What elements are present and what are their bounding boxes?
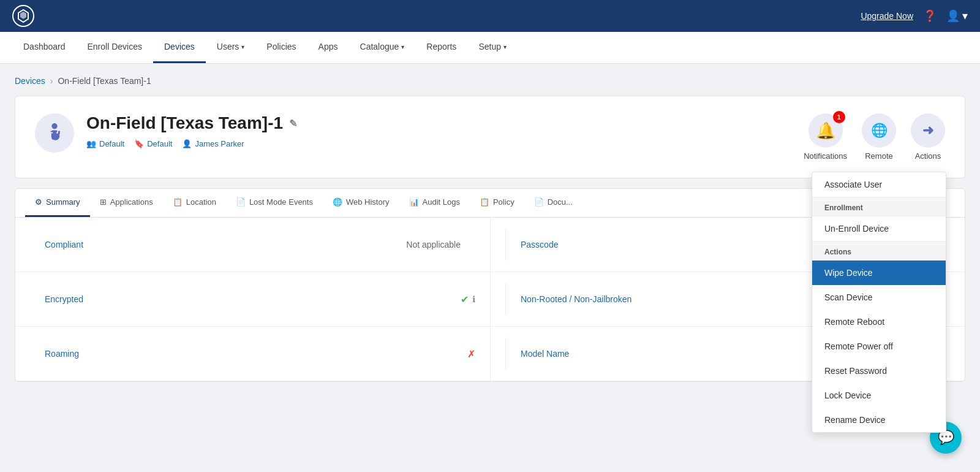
nav-label-policies: Policies — [266, 42, 296, 51]
nav-item-setup[interactable]: Setup ▾ — [467, 32, 518, 63]
upgrade-link[interactable]: Upgrade Now — [861, 11, 913, 21]
nav-item-users[interactable]: Users ▾ — [206, 32, 256, 63]
nav-item-devices[interactable]: Devices — [153, 32, 206, 63]
policy-tab-label: Policy — [493, 197, 514, 207]
tab-applications[interactable]: ⊞ Applications — [90, 189, 163, 217]
main-nav: Dashboard Enroll Devices Devices Users ▾… — [0, 32, 980, 64]
tab-audit-logs[interactable]: 📊 Audit Logs — [399, 189, 470, 217]
top-bar-right: Upgrade Now ❓ 👤 ▾ — [861, 9, 968, 23]
dropdown-remote-power-off[interactable]: Remote Power off — [812, 334, 946, 359]
notifications-button[interactable]: 🔔 1 Notifications — [804, 113, 847, 161]
dropdown-associate-user[interactable]: Associate User — [812, 172, 946, 197]
dropdown-wipe-device[interactable]: Wipe Device — [812, 261, 946, 285]
device-avatar — [35, 113, 74, 153]
user-tag-icon: 👤 — [182, 139, 192, 148]
device-tags: 👥 Default 🔖 Default 👤 James Parker — [86, 139, 791, 148]
svg-point-0 — [52, 123, 58, 129]
policy-label: Default — [147, 139, 172, 148]
tab-policy[interactable]: 📋 Policy — [470, 189, 524, 217]
compliant-label[interactable]: Compliant — [30, 229, 98, 261]
device-actions: 🔔 1 Notifications 🌐 Remote ➜ — [804, 113, 945, 161]
non-rooted-label[interactable]: Non-Rooted / Non-Jailbroken — [505, 283, 646, 315]
lost-mode-tab-icon: 📄 — [236, 197, 246, 207]
table-cell-encrypted: Encrypted ✔ ℹ — [15, 272, 490, 326]
device-card: On-Field [Texas Team]-1 ✎ 👥 Default 🔖 De… — [15, 96, 965, 178]
notifications-circle: 🔔 1 — [809, 113, 843, 148]
dropdown-unenroll-device[interactable]: Un-Enroll Device — [812, 216, 946, 241]
tab-summary[interactable]: ⚙ Summary — [25, 189, 90, 217]
applications-tab-icon: ⊞ — [100, 197, 107, 207]
dropdown-reset-password[interactable]: Reset Password — [812, 359, 946, 383]
users-chevron-icon: ▾ — [241, 44, 244, 50]
nav-item-catalogue[interactable]: Catalogue ▾ — [349, 32, 416, 63]
dropdown-scan-device[interactable]: Scan Device — [812, 285, 946, 310]
device-info: On-Field [Texas Team]-1 ✎ 👥 Default 🔖 De… — [86, 113, 791, 148]
dropdown-actions-header: Actions — [812, 241, 946, 261]
logo — [12, 5, 34, 27]
nav-label-reports: Reports — [426, 42, 456, 51]
nav-item-apps[interactable]: Apps — [307, 32, 349, 63]
dropdown-remote-reboot[interactable]: Remote Reboot — [812, 310, 946, 334]
breadcrumb: Devices › On-Field [Texas Team]-1 — [15, 76, 965, 86]
nav-item-enroll-devices[interactable]: Enroll Devices — [77, 32, 153, 63]
nav-label-apps: Apps — [318, 42, 338, 51]
passcode-label[interactable]: Passcode — [505, 229, 573, 261]
audit-logs-tab-icon: 📊 — [409, 197, 419, 207]
documents-tab-label: Docu... — [548, 197, 573, 207]
roaming-label[interactable]: Roaming — [30, 338, 94, 370]
notifications-label: Notifications — [804, 151, 847, 161]
catalogue-chevron-icon: ▾ — [401, 44, 404, 50]
location-tab-label: Location — [186, 197, 216, 207]
user-chevron-icon: ▾ — [962, 9, 968, 23]
group-label: Default — [99, 139, 124, 148]
compliant-value: Not applicable — [391, 229, 475, 261]
dropdown-lock-device[interactable]: Lock Device — [812, 383, 946, 394]
nav-label-devices: Devices — [164, 42, 195, 51]
encrypted-info-icon[interactable]: ℹ — [472, 294, 475, 304]
nav-label-catalogue: Catalogue — [360, 42, 399, 51]
model-name-label[interactable]: Model Name — [505, 338, 584, 370]
documents-tab-icon: 📄 — [534, 197, 544, 207]
remote-icon: 🌐 — [871, 123, 888, 139]
web-history-tab-label: Web History — [346, 197, 390, 207]
tab-web-history[interactable]: 🌐 Web History — [323, 189, 399, 217]
user-label: James Parker — [195, 139, 244, 148]
table-cell: Compliant Not applicable — [15, 218, 490, 272]
help-icon[interactable]: ❓ — [923, 9, 937, 23]
actions-dropdown-menu: Associate User Enrollment Un-Enroll Devi… — [812, 172, 946, 394]
nav-item-dashboard[interactable]: Dashboard — [12, 32, 77, 63]
nav-item-policies[interactable]: Policies — [255, 32, 307, 63]
group-icon: 👥 — [86, 139, 96, 148]
device-name-text: On-Field [Texas Team]-1 — [86, 113, 283, 133]
breadcrumb-separator: › — [50, 76, 53, 86]
edit-device-name-icon[interactable]: ✎ — [289, 118, 297, 129]
actions-button[interactable]: ➜ Actions — [911, 113, 945, 161]
audit-logs-tab-label: Audit Logs — [423, 197, 460, 207]
actions-label: Actions — [915, 151, 941, 161]
remote-circle: 🌐 — [862, 113, 896, 148]
remote-label: Remote — [865, 151, 893, 161]
tab-lost-mode[interactable]: 📄 Lost Mode Events — [226, 189, 323, 217]
user-menu[interactable]: 👤 ▾ — [946, 9, 968, 23]
device-name-container: On-Field [Texas Team]-1 ✎ — [86, 113, 791, 133]
breadcrumb-devices-link[interactable]: Devices — [15, 76, 45, 86]
breadcrumb-current: On-Field [Texas Team]-1 — [58, 76, 151, 86]
nav-label-enroll-devices: Enroll Devices — [88, 42, 142, 51]
device-header: On-Field [Texas Team]-1 ✎ 👥 Default 🔖 De… — [35, 113, 945, 161]
remote-button[interactable]: 🌐 Remote — [862, 113, 896, 161]
encrypted-check-icon: ✔ — [461, 294, 469, 305]
device-tag-user[interactable]: 👤 James Parker — [182, 139, 244, 148]
tab-documents[interactable]: 📄 Docu... — [524, 189, 582, 217]
tab-location[interactable]: 📋 Location — [163, 189, 226, 217]
user-avatar-icon: 👤 — [946, 9, 960, 23]
svg-rect-2 — [51, 132, 53, 134]
nav-item-reports[interactable]: Reports — [415, 32, 467, 63]
lost-mode-tab-label: Lost Mode Events — [249, 197, 313, 207]
device-tag-group[interactable]: 👥 Default — [86, 139, 124, 148]
encrypted-label[interactable]: Encrypted — [30, 283, 98, 315]
device-tag-policy[interactable]: 🔖 Default — [134, 139, 172, 148]
notification-badge: 1 — [833, 111, 845, 123]
applications-tab-label: Applications — [110, 197, 153, 207]
web-history-tab-icon: 🌐 — [333, 197, 342, 207]
top-bar: Upgrade Now ❓ 👤 ▾ — [0, 0, 980, 32]
